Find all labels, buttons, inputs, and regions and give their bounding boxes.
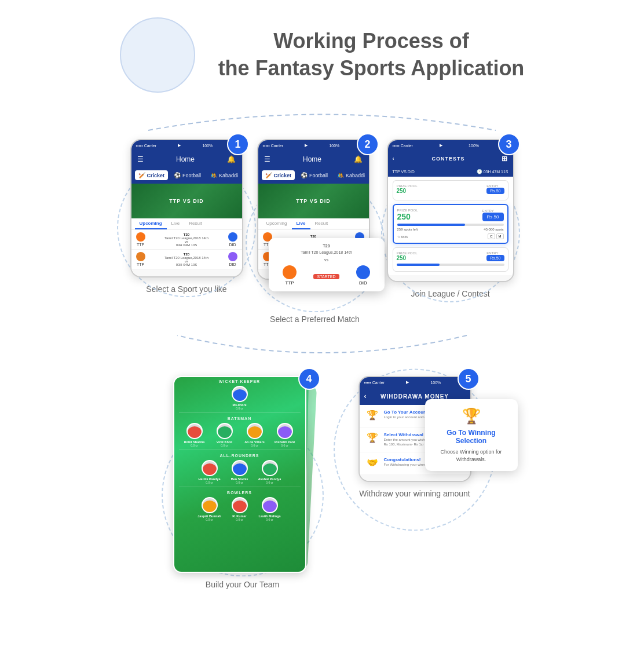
result-tab[interactable]: Result [184, 218, 207, 229]
step-4-label: Build your Our Team [206, 580, 279, 589]
contest-row-small: PRIZE POOL 250 ENTRY Rs.50 [397, 184, 504, 194]
cm-badges: C M [488, 233, 503, 239]
player-rishabh: Rishabh Pant 0.0 cr [272, 423, 298, 447]
withdraw-text-3: Congratulations! For Withdrawing your wi… [384, 457, 431, 467]
match-center-2: T20 Tamil T20 League,2018 14th vs 03H 04… [145, 253, 228, 266]
team-stack: WICKET-KEEPER Ms.dhoni 0.0 cr [173, 376, 312, 573]
team-ttp-2: TTP [136, 252, 145, 266]
akshat-avatar [262, 460, 278, 476]
jasprit-body [203, 500, 217, 512]
progress-fill-small2 [397, 264, 440, 266]
timer-badge: 🕐 03H 47M 11S [477, 169, 508, 174]
player-virat: Virat Kholi 0.0 cr [212, 423, 237, 447]
step-5-label: Withdraw your winning amount [359, 489, 470, 498]
rkumar-avatar [232, 497, 248, 513]
ben-body [233, 463, 247, 475]
kabaddi-tab-2[interactable]: 🤼 Kabaddi [334, 170, 368, 180]
popup-logo-ttp [283, 265, 297, 279]
page-wrapper: Working Process of the Fantasy Sports Ap… [0, 0, 644, 665]
upcoming-tab[interactable]: Upcoming [135, 218, 167, 229]
kabaddi-tab-1[interactable]: 🤼 Kabaddi [207, 170, 241, 180]
live-tab-2[interactable]: Live [292, 218, 310, 229]
divider-3 [179, 487, 301, 487]
rkumar-body [233, 500, 247, 512]
football-tab-1[interactable]: ⚽ Football [170, 170, 204, 180]
team-logo-ttp [136, 232, 145, 242]
status-bar-3: ••••• Carrier ▶ 100% ▋ [388, 140, 513, 151]
match-image-2: TTP VS DID [258, 184, 369, 218]
trophy-icon-2: 🏆 [367, 432, 379, 445]
player-rohit: Rohit Sharma 0.0 cr [182, 423, 207, 447]
step-2-phone-wrapper: ••••• Carrier ▶ 100% ▋ ☰ Home 🔔 [257, 139, 373, 280]
result-tab-2[interactable]: Result [310, 218, 333, 229]
status-bar-1: ••••• Carrier ▶ 100% ▋ [131, 140, 242, 151]
bottom-steps-row: 4 WICKET-KEEPER Ms.dhoni [23, 376, 621, 589]
dhoni-avatar [232, 386, 248, 402]
wk-label: WICKET-KEEPER [174, 377, 305, 385]
batsmen-row: Rohit Sharma 0.0 cr Virat Kholi 0.0 cr [174, 422, 305, 448]
winning-trophy-icon: 🏆 [433, 407, 510, 425]
bowlers-row: Jasprit Bumrah 0.0 cr R. Kumar 0.0 cr [174, 496, 305, 522]
hardik-avatar [202, 460, 218, 476]
step-3-wrapper: 3 ••••• Carrier ▶ 100% ▋ ‹ CONTESTS ⊞ TT [387, 139, 514, 298]
top-steps-row: 1 ••••• Carrier ▶ 100% ▋ ☰ Home 🔔 [23, 127, 621, 324]
cricket-tab-2[interactable]: 🏏 Cricket [262, 170, 295, 180]
upcoming-tab-2[interactable]: Upcoming [262, 218, 292, 229]
match-tabs-1: Upcoming Live Result [131, 218, 242, 230]
contest-card-main: PRIZE POOL 250 ENTRY Rs.50 [393, 204, 508, 244]
player-malinga: Lasith Malinga 0.0 cr [257, 497, 283, 521]
ar-label: ALL-ROUNDERS [174, 451, 305, 459]
hardik-body [203, 463, 217, 475]
step-4-wrapper: 4 WICKET-KEEPER Ms.dhoni [173, 376, 312, 589]
step-3-phone: ••••• Carrier ▶ 100% ▋ ‹ CONTESTS ⊞ TTP … [387, 139, 514, 282]
malinga-body [263, 500, 277, 512]
nav-bar-1: ☰ Home 🔔 [131, 151, 242, 168]
player-hardik: Hardik Pandya 0.0 cr [197, 460, 222, 484]
player-ab: Ab de Villiers 0.0 cr [242, 423, 268, 447]
rishabh-avatar [277, 423, 293, 439]
step-2-label: Select a Preferred Match [270, 315, 360, 324]
bottom-arc-connector-svg [90, 330, 554, 359]
team-did-2: DID [228, 252, 237, 266]
player-dhoni: Ms.dhoni 0.0 cr [227, 386, 253, 410]
entry-btn-small[interactable]: Rs.50 [486, 188, 504, 194]
player-ben: Ben Stacks 0.0 cr [227, 460, 253, 484]
trophy-icon-1: 🏆 [367, 410, 379, 422]
football-tab-2[interactable]: ⚽ Football [297, 170, 331, 180]
entry-btn-small2[interactable]: Rs.50 [486, 255, 504, 261]
malinga-avatar [262, 497, 278, 513]
team-logo-did2 [228, 252, 237, 261]
step-5-badge: 5 [458, 368, 480, 390]
bowl-label: BOWLERS [174, 488, 305, 496]
match-image-1: TTP VS DID [131, 184, 242, 218]
match-center-1: T20 Tamil T20 League,2018 14th vs 03H 04… [145, 233, 228, 247]
live-tab[interactable]: Live [167, 218, 185, 229]
sport-tabs-1: 🏏 Cricket ⚽ Football 🤼 Kabaddi [131, 168, 242, 184]
team-ttp-1: TTP [136, 232, 145, 247]
step-1-phone: ••••• Carrier ▶ 100% ▋ ☰ Home 🔔 🏏 Cricke… [130, 139, 243, 277]
allrounders-row: Hardik Pandya 0.0 cr Ben Stacks 0.0 cr [174, 459, 305, 485]
progress-bar-main [397, 224, 504, 226]
match-row-2: TTP T20 Tamil T20 League,2018 14th vs 03… [131, 250, 242, 269]
virat-avatar [217, 423, 233, 439]
popup-logo-did [356, 265, 370, 279]
cricket-tab-1[interactable]: 🏏 Cricket [135, 170, 169, 180]
team-did-1: DID [228, 232, 237, 247]
status-bar-2: ••••• Carrier ▶ 100% ▋ [258, 140, 369, 151]
page-title-block: Working Process of the Fantasy Sports Ap… [218, 28, 525, 82]
rishabh-body [278, 426, 292, 438]
player-akshat: Akshat Pandya 0.0 cr [257, 460, 283, 484]
match-popup: T20 Tamil T20 League,2018 14th vs TTP ST… [269, 238, 385, 291]
team-field-main: WICKET-KEEPER Ms.dhoni 0.0 cr [173, 376, 306, 573]
team-logo-did [228, 232, 237, 242]
player-jasprit: Jasprit Bumrah 0.0 cr [197, 497, 222, 521]
popup-team-did: DID [356, 265, 370, 286]
winning-popup: 🏆 Go To Winning Selection Choose Winning… [425, 399, 518, 471]
step-3-label: Join League / Contest [411, 289, 489, 298]
step-1-badge: 1 [227, 133, 249, 155]
back-icon[interactable]: ‹ [364, 392, 367, 400]
dhoni-avatar-body [233, 389, 247, 401]
status-bar-5: ••••• Carrier ▶ 100% ▋ [360, 377, 470, 388]
entry-btn-main[interactable]: Rs.50 [482, 213, 504, 221]
rohit-avatar [186, 423, 203, 439]
